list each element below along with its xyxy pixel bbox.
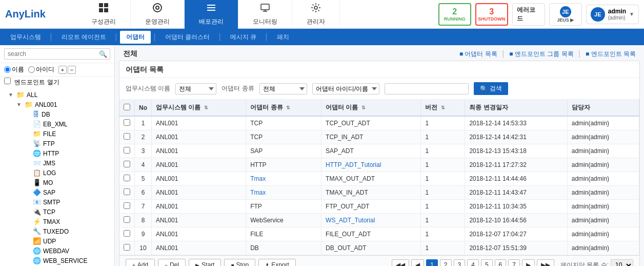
sub-nav-item-cluster[interactable]: 어댑터 클러스터 <box>159 31 216 44</box>
svg-rect-6 <box>207 5 215 6</box>
row-checkbox[interactable] <box>124 119 130 126</box>
row-checkbox[interactable] <box>124 147 130 154</box>
nav-tab-monitor[interactable]: 모니터링 <box>238 0 292 29</box>
row-checkbox[interactable] <box>124 230 130 237</box>
next-page-button[interactable]: ▶ <box>522 259 535 266</box>
row-checkbox[interactable] <box>124 175 130 181</box>
sub-nav-item-msgqueue[interactable]: 메시지 큐 <box>224 31 263 44</box>
add-button[interactable]: + Add <box>126 259 155 266</box>
start-button[interactable]: ▶ Start <box>189 259 221 266</box>
nav-tab-admin[interactable]: 관리자 <box>292 0 340 29</box>
tree-item-smtp[interactable]: 📧SMTP <box>16 197 114 207</box>
radio-name[interactable]: 이름 <box>4 65 24 74</box>
page-5-button[interactable]: 5 <box>481 259 493 266</box>
row-name[interactable]: WS_ADT_Tutorial <box>321 214 421 227</box>
row-name[interactable]: TMAX_IN_ADT <box>321 186 421 200</box>
row-owner: admin(admin) <box>567 172 639 186</box>
expand-all-button[interactable]: + <box>58 66 67 74</box>
row-checkbox[interactable] <box>124 161 130 167</box>
status-badge-shutdown[interactable]: 3SHUTDOWN <box>475 3 508 26</box>
status-badge-error[interactable]: 에러코드 <box>512 3 545 26</box>
row-name[interactable]: SAP_ADT <box>321 144 421 158</box>
page-3-button[interactable]: 3 <box>454 259 466 266</box>
tree-item-file[interactable]: 📁FILE <box>16 129 114 139</box>
adapter-type-select[interactable]: 전체 TCP SAP HTTP Tmax FTP WebService FILE… <box>259 83 307 94</box>
page-2-button[interactable]: 2 <box>440 259 452 266</box>
adapter-name-link[interactable]: HTTP_ADT_Tutorial <box>326 161 381 168</box>
sub-nav-item-adapter[interactable]: 어댑터 <box>120 31 151 44</box>
row-name[interactable]: FILE_OUT_ADT <box>321 227 421 241</box>
expand-controls: + − <box>58 66 76 74</box>
row-checkbox[interactable] <box>124 133 130 140</box>
tree-item-anl001[interactable]: ▼ 📁 ANL001 <box>8 100 114 109</box>
endpoint-group-link[interactable]: ■ 엔드포인트 그룹 목록 <box>509 50 573 59</box>
collapse-all-button[interactable]: − <box>68 66 76 74</box>
adapter-name-link[interactable]: WS_ADT_Tutorial <box>326 217 375 224</box>
tree-item-eb_xml[interactable]: 📄EB_XML <box>16 119 114 129</box>
col-biz[interactable]: 업무시스템 이름 ⇅ <box>152 100 246 116</box>
row-name[interactable]: TMAX_OUT_ADT <box>321 172 421 186</box>
nav-tab-deploy[interactable]: 배포관리 <box>185 0 238 29</box>
tree-item-http[interactable]: 🌐HTTP <box>16 148 114 158</box>
adapter-type-link[interactable]: Tmax <box>250 175 266 182</box>
tree-item-ftp[interactable]: 📡FTP <box>16 139 114 148</box>
status-badge-jeus[interactable]: JEJEUS ▶ <box>549 3 582 26</box>
row-name[interactable]: HTTP_ADT_Tutorial <box>321 158 421 172</box>
page-7-button[interactable]: 7 <box>508 259 520 266</box>
select-all-checkbox[interactable] <box>124 104 130 110</box>
row-name[interactable]: FTP_OUT_ADT <box>321 200 421 214</box>
row-checkbox[interactable] <box>124 202 130 209</box>
sub-nav-item-remote[interactable]: 리모트 에이전트 <box>55 31 112 44</box>
nav-tab-ops[interactable]: 운영관리 <box>131 0 185 29</box>
first-page-button[interactable]: ◀◀ <box>392 259 409 266</box>
row-checkbox[interactable] <box>124 216 130 223</box>
last-page-button[interactable]: ▶▶ <box>537 259 554 266</box>
page-6-button[interactable]: 6 <box>495 259 507 266</box>
nav-tab-config[interactable]: 구성관리 <box>77 0 131 29</box>
sub-nav-item-patch[interactable]: 패치 <box>271 31 295 44</box>
tree-item-jms[interactable]: 📨JMS <box>16 158 114 168</box>
row-checkbox[interactable] <box>124 244 130 251</box>
tree-item-sap[interactable]: 🔷SAP <box>16 187 114 197</box>
tree-item-all[interactable]: ▼ 📁 ALL <box>0 90 114 100</box>
row-checkbox[interactable] <box>124 188 130 195</box>
page-1-button[interactable]: 1 <box>426 259 438 266</box>
col-name[interactable]: 어댑터 이름 ⇅ <box>321 100 421 116</box>
col-version[interactable]: 버전 ⇅ <box>421 100 465 116</box>
del-button[interactable]: − Del <box>158 259 186 266</box>
tree-item-webdav[interactable]: 🌐WEBDAV <box>16 246 114 256</box>
row-name[interactable]: TCP_IN_ADT <box>321 130 421 144</box>
tree-item-udp[interactable]: 📶UDP <box>16 236 114 246</box>
tree-item-db[interactable]: 🗄DB <box>16 109 114 119</box>
stop-button[interactable]: ■ Stop <box>224 259 255 266</box>
tree-item-tcp[interactable]: 🔌TCP <box>16 207 114 217</box>
biz-filter-select[interactable]: 전체 ANL001 <box>175 83 216 94</box>
page-4-button[interactable]: 4 <box>467 259 479 266</box>
row-no: 10 <box>135 241 152 255</box>
tree-item-log[interactable]: 📋LOG <box>16 168 114 178</box>
search-icon[interactable]: 🔍 <box>99 50 107 58</box>
tree-item-web_service[interactable]: 🌐WEB_SERVICE <box>16 256 114 265</box>
adapter-id-select[interactable]: 어댑터 아이디/이름 <box>312 83 379 94</box>
tree-item-mo[interactable]: 📱MO <box>16 178 114 187</box>
page-size-select[interactable]: 10 20 50 <box>611 259 633 266</box>
endpoint-checkbox[interactable] <box>4 78 11 84</box>
status-badge-running[interactable]: 2RUNNING <box>438 3 471 26</box>
tree-item-tuxedo[interactable]: 🔧TUXEDO <box>16 226 114 236</box>
col-type[interactable]: 어댑터 종류 ⇅ <box>246 100 321 116</box>
sub-nav-item-biz[interactable]: 업무시스템 <box>4 31 47 44</box>
adapter-list-link[interactable]: ■ 어댑터 목록 <box>459 50 497 59</box>
adapter-type-link[interactable]: Tmax <box>250 189 266 196</box>
endpoint-list-link[interactable]: ■ 엔드포인트 목록 <box>586 50 636 59</box>
row-name[interactable]: TCP_OUT_ADT <box>321 116 421 130</box>
prev-page-button[interactable]: ◀ <box>411 259 424 266</box>
col-check <box>119 100 135 116</box>
search-input[interactable] <box>4 48 110 60</box>
user-info[interactable]: JEadmin(admin)▼ <box>586 5 639 24</box>
tree-item-tmax[interactable]: ⚡TMAX <box>16 217 114 226</box>
radio-id[interactable]: 아이디 <box>28 65 54 74</box>
search-button[interactable]: 🔍 검색 <box>474 82 508 95</box>
export-button[interactable]: ⬆ Export <box>258 259 296 266</box>
row-name[interactable]: DB_OUT_ADT <box>321 241 421 255</box>
adapter-search-input[interactable] <box>385 83 469 94</box>
